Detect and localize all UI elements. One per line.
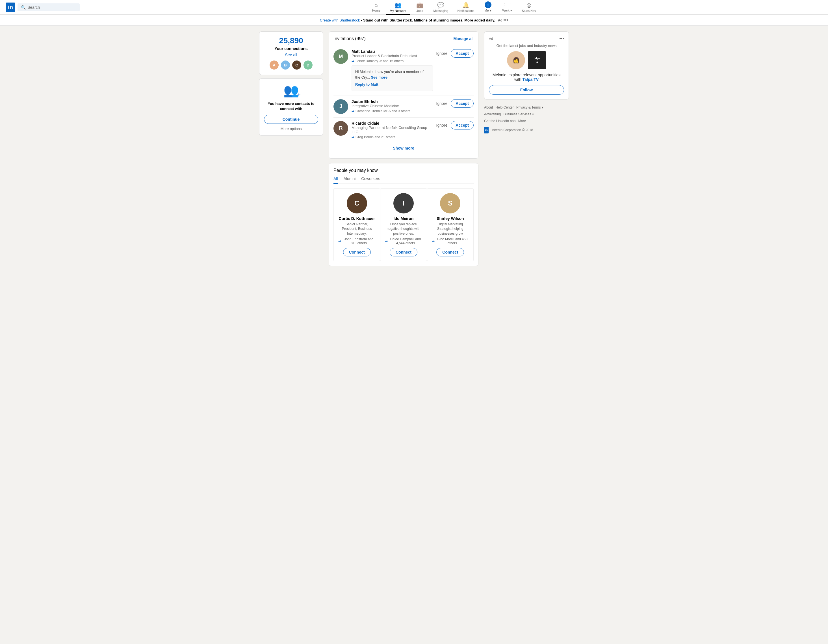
continue-button[interactable]: Continue xyxy=(264,115,318,124)
connect-button-ido[interactable]: Connect xyxy=(390,248,417,256)
follow-button[interactable]: Follow xyxy=(489,85,564,95)
footer-link-app[interactable]: Get the LinkedIn app xyxy=(484,119,516,123)
pymk-title: People you may know xyxy=(334,168,474,173)
nav-item-work-label: Work ▾ xyxy=(502,9,512,13)
pymk-title-shirley: Digital Marketing Strategist helping bus… xyxy=(432,222,469,236)
invitation-message-matt: Hi Melonie, I saw you're also a member o… xyxy=(351,65,433,91)
connect-icon-wrap: 👥 + xyxy=(264,83,318,98)
linkedin-logo[interactable]: in xyxy=(6,3,15,12)
pymk-avatar-ido[interactable]: I xyxy=(394,193,414,214)
manage-all-link[interactable]: Manage all xyxy=(453,36,474,41)
reply-link-matt[interactable]: Reply to Matt xyxy=(355,82,429,87)
nav-item-home[interactable]: ⌂ Home xyxy=(368,0,384,14)
accept-button-ricardo[interactable]: Accept xyxy=(451,121,474,129)
ad-dots-icon[interactable]: ••• xyxy=(559,36,564,41)
plus-icon: + xyxy=(297,92,301,98)
footer-link-business[interactable]: Business Services ▾ xyxy=(503,112,534,116)
pymk-avatar-curtis[interactable]: C xyxy=(347,193,367,214)
show-more-button[interactable]: Show more xyxy=(334,143,474,154)
invitation-item: M Matt Landau Product Leader & Blockchai… xyxy=(334,46,474,96)
pymk-person-ido: I Ido Meiron Once you replace negative t… xyxy=(380,188,427,261)
connections-card: 25,890 Your connections See all A B C D xyxy=(259,31,323,75)
see-all-link[interactable]: See all xyxy=(264,53,318,57)
ad-person-image: 👩 xyxy=(507,51,525,69)
connect-button-shirley[interactable]: Connect xyxy=(436,248,464,256)
footer-copyright: LinkedIn Corporation © 2018 xyxy=(490,127,533,134)
invitee-avatar-matt[interactable]: M xyxy=(334,49,348,64)
connect-contacts-card: 👥 + You have more contacts to connect wi… xyxy=(259,78,323,136)
avatar-2: B xyxy=(280,60,290,70)
invitee-info-ricardo: Ricardo Cidale Managing Partner at Norfo… xyxy=(351,121,433,139)
ignore-button-matt[interactable]: Ignore xyxy=(436,51,448,56)
ad-company-logo: talpatv xyxy=(528,51,546,69)
nav-item-my-network[interactable]: 👥 My Network xyxy=(386,0,410,15)
ad-description: Melonie, explore relevant opportunities … xyxy=(489,73,564,82)
jobs-icon: 💼 xyxy=(416,2,423,8)
invitation-actions-matt: Ignore Accept xyxy=(436,49,474,58)
pymk-name-curtis: Curtis D. Kuttnauer xyxy=(339,216,375,221)
ad-company-section: 👩 talpatv xyxy=(489,51,564,69)
search-bar[interactable]: 🔍 xyxy=(17,3,80,11)
pymk-title-ido: Once you replace negative thoughts with … xyxy=(385,222,422,236)
invitee-title-ricardo: Managing Partner at Norfolk Consulting G… xyxy=(351,126,433,134)
ad-right-label: Ad xyxy=(489,37,493,41)
ad-banner-link[interactable]: Create with Shutterstock xyxy=(320,18,360,22)
left-panel: 25,890 Your connections See all A B C D … xyxy=(259,31,323,266)
footer-link-advertising[interactable]: Advertising xyxy=(484,112,501,116)
see-more-link-matt[interactable]: See more xyxy=(371,75,387,79)
tab-coworkers[interactable]: Coworkers xyxy=(361,176,380,184)
invitation-actions-justin: Ignore Accept xyxy=(436,99,474,108)
nav-item-messaging[interactable]: 💬 Messaging xyxy=(429,0,452,15)
invitee-info-justin: Justin Ehrlich Integrative Chinese Medic… xyxy=(351,99,433,113)
footer-link-about[interactable]: About xyxy=(484,105,493,109)
pymk-tabs: All Alumni Coworkers xyxy=(334,176,474,184)
invitation-item: J Justin Ehrlich Integrative Chinese Med… xyxy=(334,96,474,118)
nav-item-work[interactable]: ⋮⋮ Work ▾ xyxy=(498,0,517,15)
nav-item-jobs[interactable]: 💼 Jobs xyxy=(411,0,428,15)
more-options-link[interactable]: More options xyxy=(264,127,318,131)
nav-item-messaging-label: Messaging xyxy=(433,9,448,13)
avatar: 👤 xyxy=(485,2,491,8)
avatar-1: A xyxy=(269,60,279,70)
nav-item-notifications[interactable]: 🔔 Notifications xyxy=(453,0,478,15)
invitee-avatar-ricardo[interactable]: R xyxy=(334,121,348,136)
ad-banner-dots[interactable]: ••• xyxy=(503,17,508,22)
right-panel: Ad ••• Get the latest jobs and industry … xyxy=(484,31,569,266)
main-container: 25,890 Your connections See all A B C D … xyxy=(255,26,573,272)
connect-button-curtis[interactable]: Connect xyxy=(343,248,371,256)
nav-item-home-label: Home xyxy=(372,9,380,12)
home-icon: ⌂ xyxy=(375,2,378,8)
pymk-avatar-shirley[interactable]: S xyxy=(440,193,460,214)
invitee-title-matt: Product Leader & Blockchain Enthusiast xyxy=(351,54,433,58)
invitee-mutual-justin: ⇌ Catherine Trebble MBA and 3 others xyxy=(351,109,433,113)
tab-all[interactable]: All xyxy=(334,176,338,184)
search-input[interactable] xyxy=(27,5,76,9)
ignore-button-ricardo[interactable]: Ignore xyxy=(436,123,448,127)
nav-item-notifications-label: Notifications xyxy=(458,9,475,13)
ignore-button-justin[interactable]: Ignore xyxy=(436,101,448,106)
tab-alumni[interactable]: Alumni xyxy=(343,176,356,184)
nav-item-me[interactable]: 👤 Me ▾ xyxy=(480,0,497,15)
nav-item-sales-label: Sales Nav xyxy=(522,9,536,13)
footer-link-help[interactable]: Help Center xyxy=(496,105,514,109)
pymk-mutual-shirley: ⇌ Gino Morell and 468 others xyxy=(432,237,469,245)
pymk-mutual-ido: ⇌ Chloe Campbell and 4,544 others xyxy=(385,237,422,245)
ad-banner-label: Ad xyxy=(498,18,502,22)
pymk-grid: C Curtis D. Kuttnauer Senior Partner, Pr… xyxy=(334,188,474,261)
navbar: in 🔍 ⌂ Home 👥 My Network 💼 Jobs 💬 Messag… xyxy=(0,0,828,15)
invitation-actions-ricardo: Ignore Accept xyxy=(436,121,474,129)
footer-link-privacy[interactable]: Privacy & Terms ▾ xyxy=(516,105,543,109)
nav-item-sales-nav[interactable]: ◎ Sales Nav xyxy=(518,0,540,15)
footer-link-more[interactable]: More xyxy=(518,119,526,123)
sales-nav-icon: ◎ xyxy=(527,2,531,8)
invitee-title-justin: Integrative Chinese Medicine xyxy=(351,104,433,108)
connection-avatars: A B C D xyxy=(264,60,318,70)
mutual-icon: ⇌ xyxy=(351,59,354,63)
connections-label: Your connections xyxy=(264,46,318,51)
invitee-avatar-justin[interactable]: J xyxy=(334,99,348,114)
pymk-title-curtis: Senior Partner, President, Business Inte… xyxy=(338,222,375,236)
accept-button-justin[interactable]: Accept xyxy=(451,99,474,108)
connect-people-icon: 👥 + xyxy=(284,83,299,98)
accept-button-matt[interactable]: Accept xyxy=(451,49,474,58)
ad-right-card: Ad ••• Get the latest jobs and industry … xyxy=(484,31,569,99)
